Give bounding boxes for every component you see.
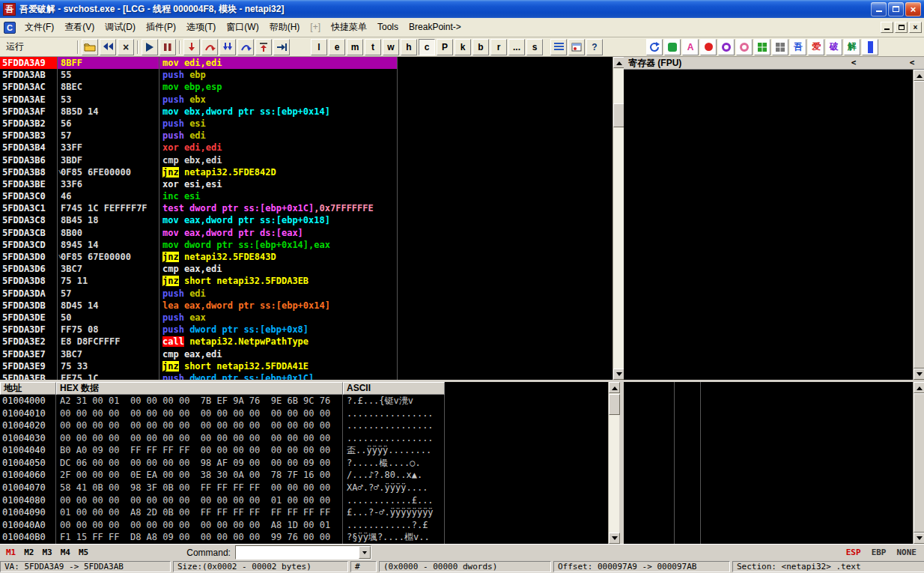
pojie-button-吾[interactable]: 吾 [790,39,806,55]
letter-button-r[interactable]: r [490,39,507,55]
letter-button-w[interactable]: w [383,39,399,55]
scroll-down-button[interactable] [613,369,624,380]
letter-button-more[interactable]: ... [508,39,525,55]
letter-button-e[interactable]: e [329,39,345,55]
dump-address-header[interactable]: 地址 [0,382,56,395]
pojie-button-爱[interactable]: 爱 [808,39,824,55]
scroll-up-button[interactable] [613,57,624,68]
disasm-row[interactable]: 5FDDA3B433FFxor edi,edi [0,142,613,154]
stack-panel[interactable] [624,382,913,544]
menu-item[interactable]: 查看(V) [59,18,100,37]
run-to-user-code-button[interactable] [273,39,290,55]
menu-item[interactable]: 插件(P) [141,18,181,37]
letter-button-P[interactable]: P [437,39,453,55]
memory-tab-M4[interactable]: M4 [61,548,70,557]
menu-item[interactable]: 选项(T) [181,18,221,37]
run-button[interactable] [142,39,158,55]
pause-button[interactable] [159,39,176,55]
plugin-rose-button[interactable] [736,39,753,55]
menu-item[interactable]: 快捷菜单 [326,18,372,37]
disasm-row[interactable]: 5FDDA3D875 11jnz short netapi32.5FDDA3EB [0,275,613,287]
close-program-button[interactable]: × [118,39,134,55]
dump-row[interactable]: 01004050DC 06 00 00 00 00 00 00 98 AF 09… [0,457,608,470]
disasm-row[interactable]: 5FDDA3D00F85 67E00000jnz netapi32.5FDE84… [0,251,613,263]
dump-row[interactable]: 0100408000 00 00 00 00 00 00 00 00 00 00… [0,494,608,507]
scroll-thumb[interactable] [914,393,924,533]
command-combo[interactable] [235,545,371,560]
column-divider[interactable] [159,57,159,380]
menu-item[interactable]: 文件(F) [19,18,59,37]
menu-item[interactable]: Tools [372,18,404,37]
menu-item[interactable]: BreakPoint-> [404,18,466,37]
disasm-row[interactable]: 5FDDA3B63BDFcmp ebx,edi [0,154,613,166]
disasm-row[interactable]: 5FDDA3C88B45 18mov eax,dword ptr ss:[ebp… [0,214,613,226]
mdi-restore-button[interactable] [895,22,908,33]
disasm-row[interactable]: 5FDDA3DA57push edi [0,288,613,300]
pojie-button-解[interactable]: 解 [844,39,860,55]
disasm-row[interactable]: 5FDDA3B80F85 6FE00000jnz netapi32.5FDE84… [0,166,613,178]
dump-row[interactable]: 01004000A2 31 00 01 00 00 00 00 7B EF 9A… [0,395,608,407]
disasm-row[interactable]: 5FDDA3E975 33jnz short netapi32.5FDDA41E [0,360,613,372]
scroll-up-button[interactable] [609,382,620,393]
dump-row[interactable]: 0100403000 00 00 00 00 00 00 00 00 00 00… [0,432,608,445]
disasm-row[interactable]: 5FDDA3DB8D45 14lea eax,dword ptr ss:[ebp… [0,300,613,312]
letter-button-s[interactable]: s [526,39,543,55]
breakpoint-window-button[interactable] [568,39,585,55]
memory-tab-M3[interactable]: M3 [43,548,52,557]
scroll-up-button[interactable] [914,382,924,393]
disasm-row[interactable]: 5FDDA3AB55push ebp [0,69,613,81]
disasm-row[interactable]: 5FDDA3EBFF75 1Cpush dword ptr ss:[ebp+0x… [0,372,613,380]
dump-hex-header[interactable]: HEX 数据 [56,382,343,395]
dump-row[interactable]: 0100402000 00 00 00 00 00 00 00 00 00 00… [0,419,608,432]
pane-collapse-button[interactable]: < [848,58,860,68]
disasm-row[interactable]: 5FDDA3A98BFFmov edi,edi [0,57,613,69]
plugin-sync-button[interactable] [646,39,663,55]
registers-panel[interactable]: 寄存器 (FPU) < < [624,57,924,380]
dump-row[interactable]: 010040A000 00 00 00 00 00 00 00 00 00 00… [0,519,608,532]
disasm-row[interactable]: 5FDDA3CD8945 14mov dword ptr ss:[ebp+0x1… [0,239,613,251]
windows-list-button[interactable] [550,39,567,55]
plugin-a-button[interactable]: A [682,39,699,55]
disasm-row[interactable]: 5FDDA3DE50push eax [0,312,613,324]
pane-collapse-button[interactable]: < [906,58,918,68]
dump-row[interactable]: 01004040B0 A0 09 00 FF FF FF FF 00 00 00… [0,444,608,457]
animate-into-button[interactable] [219,39,236,55]
menu-item[interactable]: 调试(D) [100,18,141,37]
letter-button-b[interactable]: b [472,39,489,55]
column-divider[interactable] [55,395,56,544]
memory-tab-M1[interactable]: M1 [6,548,16,557]
disasm-row[interactable]: 5FDDA3AE53push ebx [0,94,613,106]
minimize-button[interactable] [871,2,887,16]
plugin-bar-button[interactable] [862,39,878,55]
dump-row[interactable]: 010040602F 00 00 00 0E EA 00 00 38 30 0A… [0,469,608,482]
column-divider[interactable] [342,395,343,544]
disassembly-scrollbar[interactable] [613,57,624,380]
mdi-minimize-button[interactable] [881,22,893,33]
memory-tab-M2[interactable]: M2 [24,548,34,557]
letter-button-t[interactable]: t [365,39,381,55]
dump-scrollbar[interactable] [608,382,619,544]
disasm-row[interactable]: 5FDDA3BE33F6xor esi,esi [0,178,613,190]
menu-item[interactable]: 窗口(W) [221,18,264,37]
letter-button-c[interactable]: c [419,39,435,55]
plugin-ring-button[interactable] [718,39,735,55]
menu-item[interactable]: 帮助(H) [264,18,306,37]
letter-button-m[interactable]: m [347,39,363,55]
combo-dropdown-button[interactable] [359,546,371,559]
close-button[interactable]: × [905,2,921,16]
dump-row[interactable]: 010040B0F1 15 FF FF D8 A8 09 00 00 00 00… [0,531,608,544]
plugin-grid-button[interactable] [772,39,788,55]
mdi-close-button[interactable]: × [909,22,922,33]
dump-row[interactable]: 0100409001 00 00 00 A8 2D 0B 00 FF FF FF… [0,506,608,519]
help-button[interactable]: ? [586,39,603,55]
open-file-button[interactable] [82,39,98,55]
scroll-thumb[interactable] [609,394,620,415]
dump-row[interactable]: 0100407058 41 0B 00 98 3F 0B 00 FF FF FF… [0,482,608,494]
step-into-button[interactable] [183,39,200,55]
disasm-row[interactable]: 5FDDA3AF8B5D 14mov ebx,dword ptr ss:[ebp… [0,106,613,118]
disasm-row[interactable]: 5FDDA3C1F745 1C FEFFFF7Ftest dword ptr s… [0,202,613,214]
dump-row[interactable]: 0100401000 00 00 00 00 00 00 00 00 00 00… [0,407,608,420]
column-divider[interactable] [57,57,58,380]
column-divider[interactable] [444,395,445,544]
disasm-row[interactable]: 5FDDA3E73BC7cmp eax,edi [0,348,613,360]
